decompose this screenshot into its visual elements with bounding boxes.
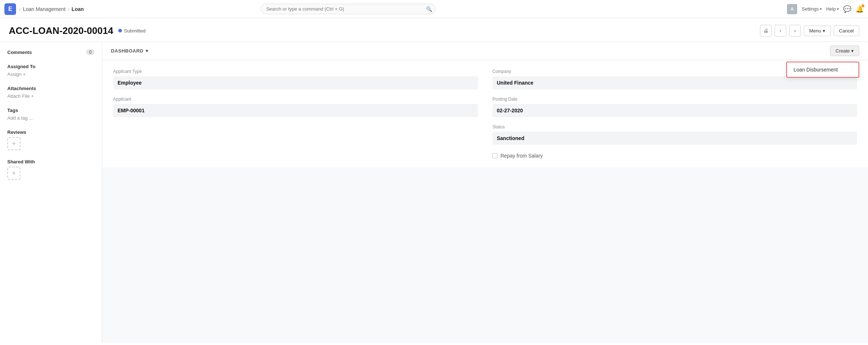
search-input[interactable] [261, 4, 436, 14]
menu-label: Menu [809, 28, 821, 34]
assigned-to-header: Assigned To [7, 64, 95, 69]
main-layout: Comments 0 Assigned To Assign + Attachme… [0, 42, 868, 343]
app-logo[interactable]: E [4, 3, 16, 15]
reviews-section: Reviews + [7, 129, 95, 150]
settings-caret: ▾ [820, 7, 822, 11]
create-label: Create [836, 48, 850, 54]
breadcrumb-chevron-1: › [19, 6, 21, 12]
tags-section: Tags Add a tag ... [7, 108, 95, 121]
shared-with-header: Shared With [7, 159, 95, 164]
applicant-value[interactable]: EMP-00001 [113, 104, 478, 117]
comments-count: 0 [86, 49, 95, 55]
settings-button[interactable]: Settings ▾ [802, 6, 822, 12]
next-button[interactable]: › [789, 25, 801, 36]
company-value[interactable]: United Finance [492, 76, 857, 89]
assign-button[interactable]: Assign + [7, 71, 95, 77]
create-caret: ▾ [851, 48, 854, 54]
help-label: Help [826, 6, 836, 12]
dashboard-label: DASHBOARD [111, 48, 143, 54]
create-dropdown: Loan Disbursement [786, 62, 859, 78]
sidebar: Comments 0 Assigned To Assign + Attachme… [0, 42, 102, 343]
attachments-section: Attachments Attach File + [7, 86, 95, 99]
tags-title: Tags [7, 108, 18, 113]
empty-left [113, 124, 478, 159]
create-button[interactable]: Create ▾ [830, 46, 859, 56]
shared-with-section: Shared With + [7, 159, 95, 180]
breadcrumb: › Loan Management › Loan [19, 6, 84, 12]
shared-with-title: Shared With [7, 159, 35, 164]
page-header: ACC-LOAN-2020-00014 Submitted 🖨 ‹ › Menu… [0, 18, 868, 42]
cancel-button[interactable]: Cancel [834, 26, 859, 36]
breadcrumb-page: Loan [72, 6, 84, 12]
status-text: Sanctioned [497, 135, 524, 141]
posting-date-field: Posting Date 02-27-2020 [492, 97, 857, 117]
assigned-to-section: Assigned To Assign + [7, 64, 95, 77]
posting-date-text: 02-27-2020 [497, 108, 523, 113]
attachments-title: Attachments [7, 86, 36, 91]
comments-title: Comments [7, 50, 32, 55]
comments-header: Comments 0 [7, 49, 95, 55]
navbar-right: A Settings ▾ Help ▾ 💬 🔔 [787, 4, 864, 14]
attach-file-button[interactable]: Attach File + [7, 93, 95, 99]
avatar-letter: A [791, 6, 794, 12]
company-text: United Finance [497, 80, 533, 86]
search-bar: 🔍 [261, 4, 436, 14]
create-btn-wrap: Create ▾ Loan Disbursement [830, 46, 859, 56]
add-review-button[interactable]: + [7, 137, 20, 150]
cancel-label: Cancel [839, 28, 854, 34]
chat-button[interactable]: 💬 [843, 5, 851, 13]
reviews-title: Reviews [7, 129, 26, 135]
status-field: Status Sanctioned Repay from Salary [492, 124, 857, 159]
repay-salary-label: Repay from Salary [500, 153, 543, 159]
posting-date-label: Posting Date [492, 97, 857, 102]
navbar: E › Loan Management › Loan 🔍 A Settings … [0, 0, 868, 18]
menu-caret: ▾ [823, 28, 825, 34]
applicant-type-label: Applicant Type [113, 69, 478, 74]
page-title: ACC-LOAN-2020-00014 [9, 25, 113, 36]
menu-button[interactable]: Menu ▾ [804, 26, 831, 36]
breadcrumb-module[interactable]: Loan Management [23, 6, 66, 12]
notification-button[interactable]: 🔔 [856, 5, 864, 13]
posting-date-value[interactable]: 02-27-2020 [492, 104, 857, 117]
form-grid: Applicant Type Employee Company United F… [113, 69, 857, 159]
dashboard-tab[interactable]: DASHBOARD ▾ [111, 48, 149, 54]
status-dot [118, 29, 122, 32]
reviews-header: Reviews [7, 129, 95, 135]
assigned-to-title: Assigned To [7, 64, 35, 69]
applicant-label: Applicant [113, 97, 478, 102]
search-icon: 🔍 [426, 6, 432, 12]
repay-salary-checkbox[interactable] [492, 153, 498, 158]
content-area: DASHBOARD ▾ Create ▾ Loan Disbursement A… [102, 42, 868, 343]
avatar[interactable]: A [787, 4, 797, 14]
status-field-label: Status [492, 124, 857, 129]
breadcrumb-chevron-2: › [68, 6, 69, 12]
prev-button[interactable]: ‹ [775, 25, 786, 36]
settings-label: Settings [802, 6, 819, 12]
applicant-text: EMP-00001 [118, 108, 145, 113]
applicant-type-field: Applicant Type Employee [113, 69, 478, 89]
add-shared-button[interactable]: + [7, 167, 20, 180]
status-badge: Submitted [118, 28, 146, 34]
help-button[interactable]: Help ▾ [826, 6, 839, 12]
loan-disbursement-item[interactable]: Loan Disbursement [787, 62, 859, 77]
print-button[interactable]: 🖨 [760, 25, 772, 36]
applicant-type-text: Employee [118, 80, 142, 86]
help-caret: ▾ [837, 7, 839, 11]
add-tag-button[interactable]: Add a tag ... [7, 115, 95, 121]
comments-section: Comments 0 [7, 49, 95, 55]
tags-header: Tags [7, 108, 95, 113]
attachments-header: Attachments [7, 86, 95, 91]
repay-salary-row: Repay from Salary [492, 153, 857, 159]
notification-dot [861, 4, 864, 7]
applicant-type-value[interactable]: Employee [113, 76, 478, 89]
form-area: Applicant Type Employee Company United F… [102, 60, 868, 167]
logo-letter: E [8, 6, 12, 12]
status-label: Submitted [124, 28, 146, 34]
title-area: ACC-LOAN-2020-00014 Submitted [9, 25, 146, 36]
page-actions: 🖨 ‹ › Menu ▾ Cancel [760, 25, 859, 36]
content-toolbar: DASHBOARD ▾ Create ▾ Loan Disbursement [102, 42, 868, 60]
status-field-value[interactable]: Sanctioned [492, 132, 857, 145]
dashboard-caret: ▾ [146, 48, 149, 54]
applicant-field: Applicant EMP-00001 [113, 97, 478, 117]
